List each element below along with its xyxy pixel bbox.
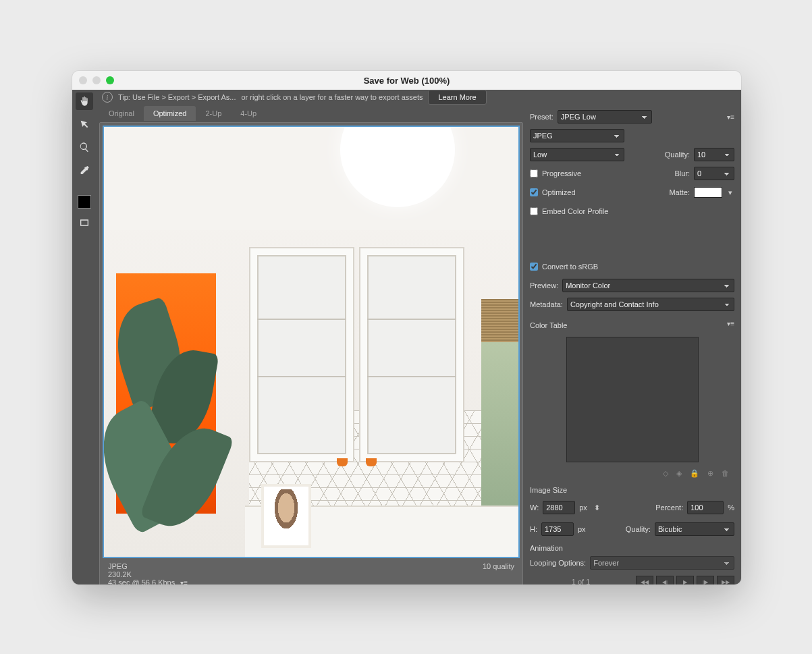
play-button[interactable]: ▶ (676, 576, 694, 584)
tab-optimized[interactable]: Optimized (144, 106, 196, 121)
slice-select-tool[interactable] (76, 115, 93, 133)
info-icon: i (102, 92, 113, 103)
percent-symbol: % (728, 503, 734, 512)
percent-label: Percent: (655, 503, 683, 512)
learn-more-button[interactable]: Learn More (428, 90, 486, 105)
zoom-tool[interactable] (76, 138, 93, 156)
quality-preset-select[interactable]: Low (530, 148, 624, 161)
looping-label: Looping Options: (530, 559, 586, 567)
ct-lock-color-icon[interactable]: 🔒 (690, 469, 699, 478)
toggle-slices-visibility[interactable] (76, 214, 93, 231)
matte-label: Matte: (669, 188, 690, 196)
download-speed-menu[interactable]: ▾≡ (180, 579, 188, 585)
progressive-label: Progressive (542, 169, 581, 178)
blur-select[interactable]: 0 (694, 167, 734, 180)
color-table-area (566, 337, 699, 462)
progressive-checkbox[interactable] (530, 169, 538, 178)
preview-label: Preview: (530, 281, 558, 290)
preview-column: Original Optimized 2-Up 4-Up (97, 105, 526, 584)
resample-quality-select[interactable]: Bicubic (655, 522, 734, 536)
tip-bar: i Tip: Use File > Export > Export As... … (97, 90, 741, 105)
info-time: 43 sec @ 56.6 Kbps (108, 578, 175, 584)
ct-shift-websafe-icon[interactable]: ◈ (676, 469, 682, 478)
color-table-label: Color Table (530, 321, 567, 329)
next-frame-button[interactable]: |▶ (697, 576, 714, 584)
tab-2up[interactable]: 2-Up (196, 106, 231, 121)
ct-new-color-icon[interactable]: ⊕ (707, 469, 713, 478)
blur-label: Blur: (674, 169, 690, 178)
frame-counter: 1 of 1 (530, 578, 632, 584)
optimized-checkbox[interactable] (530, 188, 538, 196)
format-select[interactable]: JPEG (530, 129, 624, 142)
animation-label: Animation (530, 544, 734, 552)
width-input[interactable] (543, 501, 575, 514)
dialog-content: i Tip: Use File > Export > Export As... … (72, 90, 741, 584)
color-table-menu-icon[interactable]: ▾≡ (727, 320, 734, 327)
height-unit: px (578, 525, 586, 533)
save-for-web-dialog: Save for Web (100%) i Tip: Use File > Ex… (72, 71, 741, 584)
titlebar: Save for Web (100%) (72, 71, 741, 90)
resample-quality-label: Quality: (626, 525, 651, 533)
eyedropper-tool[interactable] (76, 161, 93, 179)
embed-profile-checkbox[interactable] (530, 207, 538, 215)
looping-select: Forever (590, 556, 734, 570)
preview-image (104, 127, 518, 557)
image-size-label: Image Size (530, 486, 734, 494)
optimize-menu-icon[interactable]: ▾≡ (727, 113, 734, 121)
convert-srgb-checkbox[interactable] (530, 263, 538, 271)
prev-frame-button[interactable]: ◀| (656, 576, 674, 584)
hand-tool[interactable] (76, 92, 93, 110)
first-frame-button[interactable]: ◀◀ (636, 576, 653, 584)
percent-input[interactable] (687, 501, 724, 514)
info-size: 230.2K (108, 570, 514, 578)
preview-info: JPEG 10 quality 230.2K 43 sec @ 56.6 Kbp… (103, 558, 520, 584)
convert-srgb-label: Convert to sRGB (542, 263, 598, 271)
matte-color-swatch[interactable] (694, 187, 722, 198)
width-label: W: (530, 503, 539, 512)
animation-controls: ◀◀ ◀| ▶ |▶ ▶▶ (636, 576, 734, 584)
eyedropper-color-swatch[interactable] (78, 195, 91, 209)
main-area: i Tip: Use File > Export > Export As... … (97, 90, 741, 584)
width-unit: px (579, 503, 587, 512)
tip-text-1: Tip: Use File > Export > Export As... (118, 93, 236, 101)
height-input[interactable] (541, 522, 574, 536)
window-title: Save for Web (100%) (72, 76, 741, 86)
metadata-label: Metadata: (530, 300, 563, 308)
ct-delete-color-icon[interactable]: 🗑 (722, 469, 729, 478)
matte-dropdown-icon[interactable]: ▾ (726, 188, 734, 197)
body-row: Original Optimized 2-Up 4-Up (97, 105, 741, 584)
tip-text-2: or right click on a layer for a faster w… (241, 93, 423, 101)
quality-select[interactable]: 10 (694, 148, 734, 161)
height-label: H: (530, 525, 537, 533)
preview-canvas[interactable] (103, 126, 520, 558)
last-frame-button[interactable]: ▶▶ (717, 576, 734, 584)
ct-map-transparency-icon[interactable]: ◇ (663, 469, 668, 478)
optimized-label: Optimized (542, 188, 576, 196)
info-format: JPEG (108, 562, 128, 570)
preview-tabs: Original Optimized 2-Up 4-Up (99, 105, 523, 122)
embed-profile-label: Embed Color Profile (542, 207, 608, 215)
preset-select[interactable]: JPEG Low (558, 110, 652, 124)
settings-column: Preset: JPEG Low ▾≡ JPEG Low Quality: 10 (526, 105, 741, 584)
tools-strip (72, 90, 97, 584)
canvas-wrap: JPEG 10 quality 230.2K 43 sec @ 56.6 Kbp… (99, 122, 523, 584)
preset-label: Preset: (530, 113, 553, 121)
color-table-toolbar: ◇ ◈ 🔒 ⊕ 🗑 (530, 468, 734, 479)
preview-select[interactable]: Monitor Color (562, 279, 734, 292)
tab-original[interactable]: Original (99, 106, 144, 121)
info-quality: 10 quality (483, 562, 514, 570)
constrain-proportions-icon[interactable]: ⬍ (591, 497, 603, 518)
quality-label: Quality: (665, 151, 690, 159)
tab-4up[interactable]: 4-Up (231, 106, 266, 121)
metadata-select[interactable]: Copyright and Contact Info (567, 298, 734, 311)
